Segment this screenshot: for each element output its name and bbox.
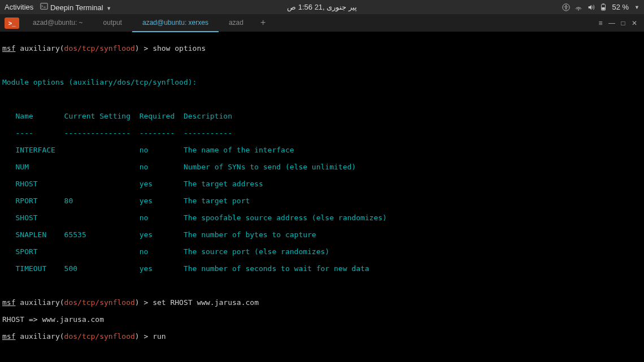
prompt-aux: auxiliary( [15,44,64,53]
prompt-mod: dos/tcp/synflood [64,332,135,341]
volume-icon[interactable] [587,3,595,11]
close-button[interactable]: ✕ [630,19,638,27]
prompt-caret: > [143,44,153,53]
prompt-mod: dos/tcp/synflood [64,298,135,307]
opt-snaplen: SNAPLEN 65535 yes The number of bytes to… [2,230,642,239]
prompt-aux: auxiliary( [15,298,64,307]
module-header: Module options (auxiliary/dos/tcp/synflo… [2,78,642,86]
opt-sport: SPORT no The source port (else randomize… [2,247,642,256]
opt-interface: INTERFACE no The name of the interface [2,146,642,154]
minimize-button[interactable]: — [608,19,616,27]
prompt-close: ) [135,332,144,341]
app-menu-label: Deepin Terminal [50,3,103,12]
prompt-aux: auxiliary( [15,332,64,341]
options-header: Name Current Setting Required Descriptio… [2,112,642,120]
resp-set-rhost-1: RHOST => www.jarusa.com [2,315,642,324]
activities-button[interactable]: Activities [5,3,33,11]
options-rule: ---- --------------- -------- ----------… [2,129,642,137]
svg-rect-6 [602,7,605,10]
terminal-output[interactable]: msf auxiliary(dos/tcp/synflood) > show o… [0,32,644,362]
tab-3[interactable]: azad@ubuntu: xerxes [132,14,219,32]
terminal-titlebar: >_ azad@ubuntu: ~ output azad@ubuntu: xe… [0,14,644,32]
svg-rect-5 [603,3,605,4]
svg-rect-0 [41,3,47,10]
opt-rport: RPORT 80 yes The target port [2,197,642,205]
accessibility-icon[interactable] [562,3,570,11]
svg-point-2 [565,5,567,6]
network-icon[interactable] [575,3,582,11]
terminal-app-icon [40,2,48,10]
svg-point-3 [578,9,580,10]
msf-prompt: msf [2,44,15,53]
battery-percent: 52 % [612,3,629,11]
prompt-close: ) [135,298,144,307]
chevron-down-icon: ▼ [634,5,639,10]
msf-prompt: msf [2,332,15,341]
cmd-show-options: show options [153,44,206,53]
opt-num: NUM no Number of SYNs to send (else unli… [2,163,642,171]
prompt-mod: dos/tcp/synflood [64,44,135,53]
prompt-caret: > [143,332,153,341]
chevron-down-icon: ▼ [106,6,111,11]
maximize-button[interactable]: □ [619,19,627,27]
gnome-topbar: Activities Deepin Terminal ▼ پیر جنوری ,… [0,0,644,14]
prompt-close: ) [135,44,144,53]
cmd-set-rhost-1: set RHOST www.jarusa.com [153,298,259,307]
opt-shost: SHOST no The spoofable source address (e… [2,213,642,222]
new-tab-button[interactable]: + [254,14,272,32]
opt-timeout: TIMEOUT 500 yes The number of seconds to… [2,264,642,273]
prompt-caret: > [143,298,153,307]
msf-prompt: msf [2,298,15,307]
terminal-icon: >_ [5,18,19,29]
tab-1[interactable]: azad@ubuntu: ~ [23,14,93,32]
battery-icon[interactable] [599,3,607,11]
opt-rhost: RHOST yes The target address [2,180,642,188]
hamburger-icon[interactable]: ≡ [597,19,604,27]
app-menu[interactable]: Deepin Terminal ▼ [40,2,111,12]
tab-4[interactable]: azad [219,14,254,32]
cmd-run: run [153,332,166,341]
tab-2[interactable]: output [93,14,132,32]
clock[interactable]: پیر جنوری ,21 1:56 ص [287,3,357,11]
